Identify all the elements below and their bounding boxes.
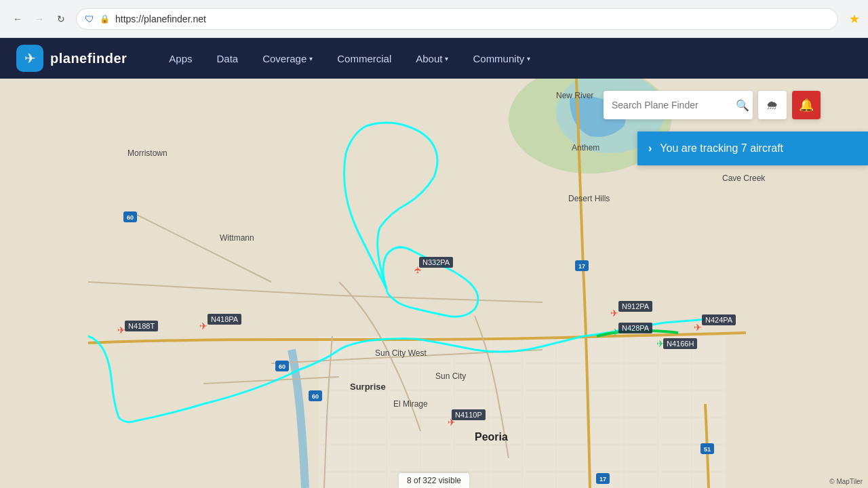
nav-items: Apps Data Coverage ▾ Commercial About ▾ …: [159, 47, 852, 70]
status-text: 8 of 322 visible: [407, 476, 461, 485]
bookmark-star[interactable]: ★: [849, 12, 860, 26]
nav-about[interactable]: About ▾: [406, 47, 458, 70]
chevron-down-icon-community: ▾: [527, 55, 530, 62]
alert-button[interactable]: 🔔: [792, 91, 821, 119]
nav-coverage[interactable]: Coverage ▾: [253, 47, 322, 70]
status-bar: 8 of 322 visible: [399, 473, 469, 488]
aircraft-N424PA[interactable]: ✈: [694, 321, 702, 333]
aircraft-N912PA[interactable]: ✈: [610, 307, 618, 319]
svg-text:51: 51: [704, 446, 711, 453]
logo-icon: ✈: [16, 45, 43, 72]
svg-text:60: 60: [279, 363, 285, 370]
map-container[interactable]: 60 60 60 17 17 51 New River Anthem Cave …: [0, 79, 868, 488]
aircraft-N4166H[interactable]: ✈: [656, 338, 665, 350]
weather-button[interactable]: 🌧: [758, 91, 787, 119]
search-overlay: 🔍 🌧 🔔: [604, 91, 821, 119]
search-input[interactable]: [612, 100, 730, 110]
svg-text:60: 60: [127, 214, 134, 221]
search-box[interactable]: 🔍: [604, 91, 753, 119]
chevron-down-icon: ▾: [309, 55, 313, 62]
app-navbar: ✈ planefinder Apps Data Coverage ▾ Comme…: [0, 38, 868, 79]
aircraft-N4188T[interactable]: ✈: [117, 324, 125, 336]
tracking-chevron-icon: ›: [648, 142, 652, 155]
lock-icon: 🔒: [100, 14, 110, 24]
nav-community[interactable]: Community ▾: [463, 47, 540, 70]
url-text: https://planefinder.net: [115, 14, 829, 24]
logo-area[interactable]: ✈ planefinder: [16, 45, 127, 72]
aircraft-N428PA[interactable]: ✈: [612, 326, 620, 338]
tracking-banner[interactable]: › You are tracking 7 aircraft: [637, 131, 868, 165]
nav-buttons: ← → ↻: [8, 9, 71, 28]
aircraft-N418PA[interactable]: ✈: [199, 320, 208, 332]
svg-text:17: 17: [578, 263, 585, 270]
browser-chrome: ← → ↻ 🛡 🔒 https://planefinder.net ★: [0, 0, 868, 38]
nav-commercial[interactable]: Commercial: [328, 47, 401, 70]
aircraft-N332PA[interactable]: ✈: [414, 264, 422, 276]
forward-button[interactable]: →: [30, 9, 49, 28]
weather-icon: 🌧: [766, 98, 778, 113]
search-icon[interactable]: 🔍: [736, 99, 749, 112]
nav-data[interactable]: Data: [208, 47, 248, 70]
back-button[interactable]: ←: [8, 9, 27, 28]
shield-icon: 🛡: [85, 14, 94, 24]
svg-text:17: 17: [599, 476, 606, 483]
bell-icon: 🔔: [799, 98, 814, 113]
aircraft-N4110P[interactable]: ✈: [448, 416, 456, 428]
refresh-button[interactable]: ↻: [52, 9, 71, 28]
logo-text: planefinder: [50, 51, 127, 66]
tracking-text: You are tracking 7 aircraft: [660, 142, 783, 155]
svg-text:60: 60: [312, 393, 319, 400]
nav-apps[interactable]: Apps: [159, 47, 201, 70]
chevron-down-icon-about: ▾: [445, 55, 448, 62]
map-attribution: © MapTiler: [829, 478, 863, 485]
address-bar[interactable]: 🛡 🔒 https://planefinder.net: [76, 8, 838, 30]
